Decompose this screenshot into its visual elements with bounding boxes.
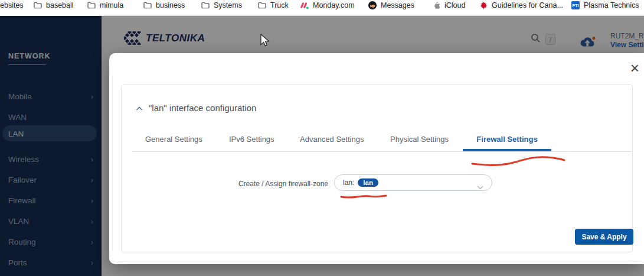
firewall-zone-select[interactable]: lan: lan [334, 174, 492, 191]
folder-icon [258, 2, 266, 9]
bookmark-label: Messages [381, 1, 414, 9]
bookmark-folder-truck[interactable]: Truck [258, 1, 289, 10]
firewall-zone-label: Create / Assign firewall-zone [234, 180, 328, 188]
tab-advanced-settings[interactable]: Advanced Settings [300, 135, 364, 144]
bookmark-label: iCloud [444, 1, 465, 9]
save-apply-button[interactable]: Save & Apply [575, 229, 633, 245]
browser-bookmarks-bar: ebsites baseball mimula business Systems… [0, 0, 644, 16]
folder-icon [87, 2, 96, 9]
select-value-prefix: lan: [343, 178, 354, 187]
apple-logo-icon [433, 1, 440, 9]
bookmark-label: Plasma Technics [584, 1, 639, 9]
bookmark-folder-systems[interactable]: Systems [201, 1, 242, 10]
bookmark-label: mimula [100, 1, 123, 9]
bookmark-label: Monday.com [313, 1, 355, 9]
bookmark-label: business [156, 1, 185, 9]
tab-ipv6-settings[interactable]: IPv6 Settings [229, 135, 274, 144]
bookmark-label: ebsites [0, 1, 24, 9]
folder-icon [34, 2, 42, 9]
tab-general-settings[interactable]: General Settings [145, 135, 202, 144]
bookmark-label: Systems [214, 1, 242, 9]
bookmark-messages[interactable]: up Messages [368, 1, 414, 10]
bookmark-icloud[interactable]: iCloud [433, 1, 465, 10]
tab-physical-settings[interactable]: Physical Settings [390, 135, 449, 144]
zone-badge: lan [358, 178, 378, 187]
up-badge-icon: up [368, 1, 377, 9]
collapse-chevron-up-icon[interactable] [136, 103, 143, 113]
red-annotation-squiggle [469, 154, 568, 169]
bookmark-label: Truck [270, 1, 289, 9]
red-annotation-underline [339, 193, 388, 200]
chevron-down-icon [477, 181, 483, 192]
bookmark-websites[interactable]: ebsites [0, 1, 24, 10]
card-title-row[interactable]: "lan" interface configuration [136, 103, 256, 113]
bookmark-folder-baseball[interactable]: baseball [34, 1, 74, 10]
monday-logo-icon [299, 2, 309, 9]
interface-config-modal: × "lan" interface configuration General … [109, 53, 644, 264]
tab-firewall-settings[interactable]: Firewall Settings [463, 135, 551, 151]
lan-config-card: "lan" interface configuration General Se… [121, 85, 633, 252]
tabs-divider [132, 151, 632, 152]
app-window: NETWORK Mobile › WAN LAN Wireless › Fail… [0, 16, 644, 276]
bookmark-guidelines[interactable]: Guidelines for Cana... [480, 1, 563, 10]
card-title: "lan" interface configuration [149, 103, 256, 113]
bookmark-label: Guidelines for Cana... [492, 1, 563, 9]
maple-leaf-icon [480, 2, 488, 9]
pti-badge-icon: PTI [571, 1, 580, 9]
bookmark-label: baseball [46, 1, 74, 9]
folder-icon [201, 2, 210, 9]
bookmark-folder-mimula[interactable]: mimula [87, 1, 123, 10]
bookmark-monday[interactable]: Monday.com [299, 1, 355, 10]
bookmark-folder-business[interactable]: business [143, 1, 185, 10]
close-icon[interactable]: × [630, 60, 639, 76]
folder-icon [143, 2, 152, 9]
bookmark-plasma-technics[interactable]: PTI Plasma Technics [571, 1, 639, 10]
